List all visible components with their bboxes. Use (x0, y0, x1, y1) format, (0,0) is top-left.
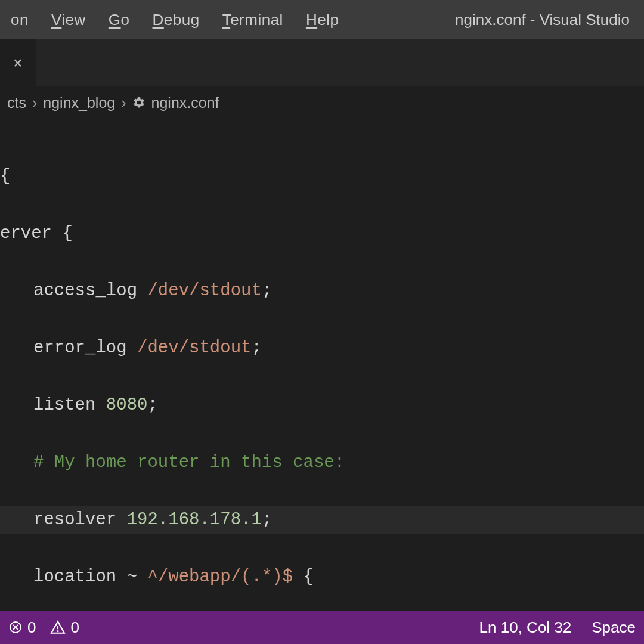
title-bar: on View Go Debug Terminal Help nginx.con… (0, 0, 644, 39)
code-text: { (0, 166, 10, 186)
status-problems[interactable]: 0 0 (8, 618, 79, 637)
status-cursor-position[interactable]: Ln 10, Col 32 (479, 618, 572, 637)
menu-item-help[interactable]: Help (306, 11, 339, 29)
code-text: resolver (33, 510, 127, 530)
warning-count: 0 (70, 618, 79, 637)
menu-item-view[interactable]: View (51, 11, 86, 29)
breadcrumb: cts › nginx_blog › nginx.conf (0, 86, 644, 119)
code-text: { (304, 567, 314, 587)
code-text: { (62, 224, 72, 243)
code-text: erver (0, 224, 62, 243)
menu-item-terminal[interactable]: Terminal (222, 11, 283, 29)
warning-icon (50, 620, 66, 635)
code-text: ; (251, 338, 261, 358)
gear-icon (132, 96, 145, 109)
code-text: ; (147, 395, 157, 415)
tab-nginx-conf[interactable]: × (0, 39, 36, 86)
menu-item-go[interactable]: Go (109, 11, 130, 29)
code-text: ; (262, 510, 272, 530)
code-text: error_log (33, 338, 137, 358)
chevron-right-icon: › (32, 94, 37, 112)
code-text: access_log (33, 281, 147, 301)
breadcrumb-segment[interactable]: cts (7, 94, 26, 112)
status-bar: 0 0 Ln 10, Col 32 Space (0, 611, 644, 644)
chevron-right-icon: › (121, 94, 126, 112)
code-text: /dev/stdout (147, 281, 261, 301)
error-icon (8, 620, 23, 634)
window-title: nginx.conf - Visual Studio (455, 11, 633, 29)
menu-item-debug[interactable]: Debug (153, 11, 200, 29)
editor[interactable]: { erver { access_log /dev/stdout; error_… (0, 119, 644, 611)
breadcrumb-segment[interactable]: nginx_blog (43, 94, 115, 112)
code-comment: # My home router in this case: (33, 453, 345, 472)
svg-point-2 (58, 631, 58, 631)
code-text: /dev/stdout (137, 338, 251, 358)
code-text: ; (262, 281, 272, 301)
menu-bar: on View Go Debug Terminal Help (11, 11, 339, 29)
close-icon[interactable]: × (13, 54, 23, 72)
tab-bar: × (0, 39, 644, 86)
menu-item-on[interactable]: on (11, 11, 29, 29)
code-text: ~ (127, 567, 137, 587)
breadcrumb-file[interactable]: nginx.conf (151, 94, 219, 112)
code-text: ^/webapp/(.*)$ (137, 567, 303, 587)
code-text: location (33, 567, 127, 587)
error-count: 0 (27, 618, 36, 637)
status-indentation[interactable]: Space (592, 618, 636, 637)
code-text: listen (33, 395, 106, 415)
code-text: 192.168.178.1 (127, 510, 262, 530)
code-text: 8080 (106, 395, 148, 415)
